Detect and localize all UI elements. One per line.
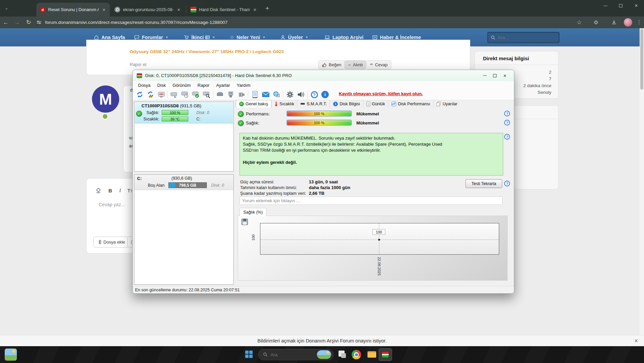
italic-button[interactable]: I bbox=[119, 188, 121, 193]
browser-menu-icon[interactable]: ⋮ bbox=[637, 19, 642, 25]
quick-report-icon[interactable] bbox=[157, 90, 166, 99]
tab-genel-bakis[interactable]: ✓ Genel bakış bbox=[236, 100, 271, 108]
page-scrollbar[interactable] bbox=[640, 28, 644, 335]
chrome-icon[interactable] bbox=[352, 350, 361, 359]
settings-gear-icon[interactable] bbox=[286, 90, 294, 99]
chevron-down-icon[interactable]: ▼ bbox=[305, 36, 308, 39]
data-point[interactable] bbox=[378, 239, 380, 241]
taskbar-search[interactable] bbox=[258, 349, 333, 360]
dm-info-value-lastreply[interactable]: 2 dakika önce bbox=[523, 83, 551, 88]
hds-close-button[interactable]: × bbox=[500, 72, 510, 80]
bookmark-star-icon[interactable]: ☆ bbox=[577, 19, 582, 26]
menu-ayarlar[interactable]: Ayarlar bbox=[213, 82, 233, 89]
comment-field[interactable]: Yorum eklemek için tıklayın ... bbox=[239, 196, 503, 205]
speaker-icon[interactable] bbox=[296, 90, 305, 99]
report-link[interactable]: Rapor et bbox=[130, 62, 147, 67]
site-settings-icon[interactable] bbox=[34, 20, 43, 25]
scrollbar-thumb[interactable] bbox=[640, 29, 643, 89]
reply-input-placeholder[interactable]: Cevap yaz... bbox=[99, 202, 125, 207]
retest-button[interactable]: Testi Tekrarla bbox=[465, 179, 502, 188]
chevron-down-icon[interactable]: ▼ bbox=[212, 36, 215, 39]
signature-link[interactable]: Odyssey G65B 32" 240Hz / Viewsonic 27" 1… bbox=[130, 49, 284, 54]
menu-rapor[interactable]: Rapor bbox=[194, 82, 213, 89]
avatar[interactable]: M bbox=[92, 85, 119, 113]
chevron-down-icon[interactable]: ▼ bbox=[262, 36, 265, 39]
usb-plug-icon[interactable] bbox=[226, 90, 235, 99]
register-notice-link[interactable]: Kayıtlı olmayan sürüm, lütfen kayıt olun… bbox=[339, 91, 423, 96]
quote-button[interactable]: − Alıntı bbox=[344, 60, 366, 69]
log-notebook-icon[interactable] bbox=[251, 90, 259, 99]
menu-gorunum[interactable]: Görünüm bbox=[169, 82, 194, 89]
bold-button[interactable]: B bbox=[108, 188, 112, 193]
disk-list-item-selected[interactable]: CT1000P310SSD8 (931,5 GB) ✓ Sağlık: 100 … bbox=[135, 102, 233, 123]
new-tab-button[interactable]: + bbox=[265, 5, 269, 12]
browser-tab-2[interactable]: ekran-goruntusu-2025-08-22-2 × bbox=[111, 3, 185, 16]
text-size-button[interactable]: TT bbox=[127, 188, 132, 193]
desc-line3: SSD'nin TRIM özelliği en iyi performans … bbox=[243, 147, 500, 153]
extensions-icon[interactable] bbox=[593, 20, 599, 26]
profile-avatar[interactable] bbox=[624, 18, 632, 27]
tab1-title: Reset Sorunu | Donanım Arşivi F bbox=[48, 7, 99, 12]
disk-clock-icon[interactable] bbox=[181, 90, 189, 99]
hds-taskbar-icon[interactable] bbox=[379, 348, 392, 361]
url-text[interactable]: forum.donanimarsivi.com/direct-messages/… bbox=[45, 20, 228, 25]
reply-button[interactable]: “ Cevap bbox=[366, 60, 391, 69]
network-globe-icon[interactable] bbox=[272, 90, 281, 99]
tab1-close-icon[interactable]: × bbox=[101, 7, 106, 12]
tab-gunluk[interactable]: Günlük bbox=[363, 100, 389, 108]
tab-search-chevron-icon[interactable]: ⌄ bbox=[5, 5, 8, 10]
mail-icon[interactable] bbox=[261, 90, 270, 99]
like-button[interactable]: Beğen bbox=[318, 60, 345, 69]
back-icon[interactable]: ← bbox=[0, 19, 11, 26]
disk-search-icon[interactable] bbox=[202, 90, 211, 99]
menu-disk[interactable]: Disk bbox=[154, 82, 169, 89]
disk-plug-icon[interactable] bbox=[170, 90, 179, 99]
browser-tab-1[interactable]: d Reset Sorunu | Donanım Arşivi F × bbox=[36, 3, 110, 16]
forward-icon[interactable]: → bbox=[11, 19, 23, 26]
weather-widget-icon[interactable] bbox=[5, 349, 17, 361]
downloads-icon[interactable] bbox=[611, 20, 617, 26]
tab-smart[interactable]: S.M.A.R.T. bbox=[297, 100, 330, 108]
attach-file-button[interactable]: Dosya ekle bbox=[93, 237, 129, 248]
tab3-close-icon[interactable]: × bbox=[252, 7, 257, 12]
tab-sicaklik[interactable]: Sıcaklık bbox=[271, 100, 298, 108]
hds-maximize-button[interactable] bbox=[490, 72, 500, 80]
menu-yardim[interactable]: Yardım bbox=[233, 82, 254, 89]
usb-plug2-icon[interactable] bbox=[237, 90, 246, 99]
chart-tab-saglik[interactable]: Sağlık (%) bbox=[239, 208, 266, 216]
tab-disk-bilgisi[interactable]: i Disk Bilgisi bbox=[330, 100, 363, 108]
disk-check-icon[interactable] bbox=[191, 90, 200, 99]
tab2-close-icon[interactable]: × bbox=[176, 7, 181, 12]
tab-uyarilar[interactable]: Uyarılar bbox=[433, 100, 460, 108]
tab-disk-performansi[interactable]: Disk Performansı bbox=[388, 100, 433, 108]
browser-minimize-button[interactable] bbox=[598, 0, 613, 11]
help-icon[interactable]: ? bbox=[504, 181, 510, 186]
help-icon[interactable]: ? bbox=[504, 111, 510, 116]
disk-dark-icon[interactable] bbox=[216, 90, 224, 99]
help-icon[interactable]: ? bbox=[504, 120, 510, 125]
taskbar-search-input[interactable] bbox=[270, 352, 314, 357]
hds-titlebar[interactable]: Disk: 0, CT1000P310SSD8 [252150431478] -… bbox=[133, 70, 514, 81]
remove-format-icon[interactable] bbox=[95, 188, 101, 195]
start-button[interactable] bbox=[245, 350, 254, 359]
dm-info-value-user[interactable]: Senoly bbox=[538, 90, 551, 95]
forum-search-box[interactable] bbox=[487, 32, 559, 43]
task-view-icon[interactable] bbox=[338, 350, 347, 359]
refresh-icon[interactable] bbox=[135, 90, 144, 99]
reload-icon[interactable]: ↻ bbox=[23, 19, 34, 26]
help-icon[interactable]: ? bbox=[310, 90, 319, 99]
save-chart-icon[interactable] bbox=[242, 219, 248, 225]
partition-item[interactable]: C: (930,6 GB) Boş Alan 798,5 GB Disk: 0 bbox=[134, 175, 233, 190]
file-explorer-icon[interactable] bbox=[367, 350, 377, 359]
hds-minimize-button[interactable] bbox=[480, 72, 490, 80]
info-icon[interactable]: i bbox=[321, 90, 329, 99]
refresh-warning-icon[interactable]: ! bbox=[146, 90, 155, 99]
browser-maximize-button[interactable] bbox=[613, 0, 629, 11]
chevron-down-icon[interactable]: ▼ bbox=[165, 36, 168, 39]
notification-close-icon[interactable]: × bbox=[634, 337, 638, 344]
browser-tab-3[interactable]: Hard Disk Sentinel - Thanks for × bbox=[187, 3, 261, 16]
browser-close-button[interactable]: × bbox=[629, 0, 644, 11]
menu-dosya[interactable]: Dosya bbox=[135, 82, 154, 89]
help-icon[interactable]: ? bbox=[504, 134, 510, 140]
forum-search-input[interactable] bbox=[498, 35, 552, 40]
